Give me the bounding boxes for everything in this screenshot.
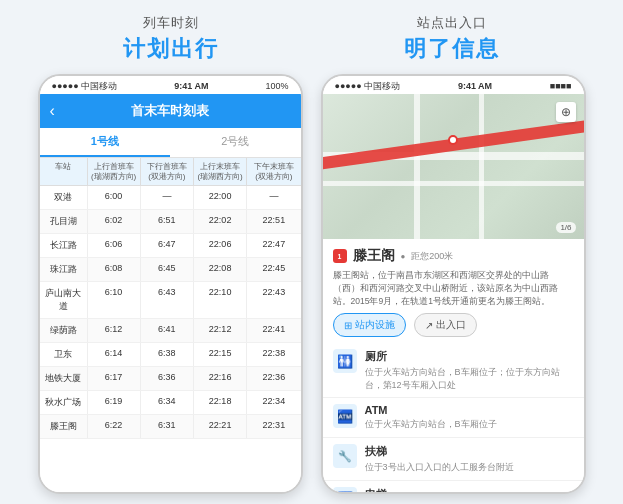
table-cell: 22:43 <box>247 282 300 318</box>
table-cell: 6:51 <box>141 210 194 233</box>
table-cell: 22:34 <box>247 391 300 414</box>
map-search-btn[interactable]: ⊕ <box>556 102 576 122</box>
facility-escalator: 🔧 扶梯 位于3号出入口入口的人工服务台附近 <box>323 438 584 481</box>
table-cell: 6:08 <box>88 258 141 281</box>
road-vertical-2 <box>479 94 484 239</box>
toilet-icon: 🚻 <box>333 349 357 373</box>
table-cell: 双港 <box>40 186 88 209</box>
signal-left: ●●●●● 中国移动 <box>52 80 118 93</box>
escalator-icon: 🔧 <box>333 444 357 468</box>
table-cell: 22:10 <box>194 282 247 318</box>
facility-button[interactable]: ⊞ 站内设施 <box>333 313 406 337</box>
table-header: 车站 上行首班车(瑞湖西方向) 下行首班车(双港方向) 上行末班车(瑞湖西方向)… <box>40 158 301 186</box>
table-cell: 绿荫路 <box>40 319 88 342</box>
table-cell: 6:22 <box>88 415 141 438</box>
map-pagination: 1/6 <box>556 222 575 233</box>
table-cell: 22:47 <box>247 234 300 257</box>
table-cell: 秋水广场 <box>40 391 88 414</box>
elevator-icon: 🛗 <box>333 487 357 492</box>
circle-icon: ● <box>401 252 406 261</box>
facility-toilet: 🚻 厕所 位于火车站方向站台，B车厢位子；位于东方向站台，第12号车厢入口处 <box>323 343 584 398</box>
table-row: 地铁大厦6:176:3622:1622:36 <box>40 367 301 391</box>
th-down-last: 下午末班车(双港方向) <box>247 158 300 185</box>
station-name-row: 1 滕王阁 ● 距您200米 <box>333 247 574 265</box>
table-row: 双港6:00—22:00— <box>40 186 301 210</box>
station-name: 滕王阁 <box>353 247 395 265</box>
table-cell: 6:10 <box>88 282 141 318</box>
table-cell: 6:02 <box>88 210 141 233</box>
table-cell: — <box>247 186 300 209</box>
header-left-subtitle: 列车时刻 <box>143 14 199 32</box>
facility-icon: ⊞ <box>344 320 352 331</box>
th-down-first: 下行首班车(双港方向) <box>141 158 194 185</box>
table-row: 庐山南大道6:106:4322:1022:43 <box>40 282 301 319</box>
table-cell: 6:43 <box>141 282 194 318</box>
atm-detail: 位于火车站方向站台，B车厢位子 <box>365 418 574 431</box>
table-cell: 孔目湖 <box>40 210 88 233</box>
table-cell: 6:34 <box>141 391 194 414</box>
table-row: 孔目湖6:026:5122:0222:51 <box>40 210 301 234</box>
table-cell: 庐山南大道 <box>40 282 88 318</box>
phone-right: ●●●●● 中国移动 9:41 AM ■■■■ ⊕ 1/6 <box>321 74 586 494</box>
map-background <box>323 94 584 239</box>
table-row: 滕王阁6:226:3122:2122:31 <box>40 415 301 439</box>
toilet-content: 厕所 位于火车站方向站台，B车厢位子；位于东方向站台，第12号车厢入口处 <box>365 349 574 391</box>
tab-bar: 1号线 2号线 <box>40 128 301 158</box>
facility-atm: 🏧 ATM 位于火车站方向站台，B车厢位子 <box>323 398 584 438</box>
map-area[interactable]: ⊕ 1/6 <box>323 94 584 239</box>
toilet-name: 厕所 <box>365 349 574 364</box>
battery-left: 100% <box>265 81 288 91</box>
table-cell: 6:45 <box>141 258 194 281</box>
exit-label: 出入口 <box>436 318 466 332</box>
table-cell: 22:06 <box>194 234 247 257</box>
elevator-name: 电梯 <box>365 487 574 492</box>
table-cell: 22:00 <box>194 186 247 209</box>
table-cell: 地铁大厦 <box>40 367 88 390</box>
status-bar-right: ●●●●● 中国移动 9:41 AM ■■■■ <box>323 76 584 94</box>
nav-bar-left: ‹ 首末车时刻表 <box>40 94 301 128</box>
table-cell: 滕王阁 <box>40 415 88 438</box>
time-left: 9:41 AM <box>174 81 208 91</box>
facility-list: 🚻 厕所 位于火车站方向站台，B车厢位子；位于东方向站台，第12号车厢入口处 🏧… <box>323 343 584 492</box>
tab-line1[interactable]: 1号线 <box>40 128 171 157</box>
escalator-detail: 位于3号出入口入口的人工服务台附近 <box>365 461 574 474</box>
facility-elevator: 🛗 电梯 <box>323 481 584 492</box>
table-cell: 22:08 <box>194 258 247 281</box>
atm-icon: 🏧 <box>333 404 357 428</box>
nav-title-left: 首末车时刻表 <box>131 102 209 120</box>
table-row: 秋水广场6:196:3422:1822:34 <box>40 391 301 415</box>
table-cell: 6:41 <box>141 319 194 342</box>
distance-badge: 距您200米 <box>411 250 453 263</box>
action-buttons: ⊞ 站内设施 ↗ 出入口 <box>333 313 574 337</box>
escalator-name: 扶梯 <box>365 444 574 459</box>
th-station: 车站 <box>40 158 88 185</box>
schedule-table: 车站 上行首班车(瑞湖西方向) 下行首班车(双港方向) 上行末班车(瑞湖西方向)… <box>40 158 301 492</box>
header-right: 站点出入口 明了信息 <box>404 14 500 64</box>
atm-content: ATM 位于火车站方向站台，B车厢位子 <box>365 404 574 431</box>
table-cell: 22:16 <box>194 367 247 390</box>
table-cell: 22:31 <box>247 415 300 438</box>
exit-icon: ↗ <box>425 320 433 331</box>
header-left: 列车时刻 计划出行 <box>123 14 219 64</box>
tab-line2[interactable]: 2号线 <box>170 128 301 157</box>
table-cell: 22:36 <box>247 367 300 390</box>
th-up-first: 上行首班车(瑞湖西方向) <box>88 158 141 185</box>
th-up-last: 上行末班车(瑞湖西方向) <box>194 158 247 185</box>
road-vertical-1 <box>414 94 420 239</box>
table-cell: 6:38 <box>141 343 194 366</box>
table-cell: — <box>141 186 194 209</box>
escalator-content: 扶梯 位于3号出入口入口的人工服务台附近 <box>365 444 574 474</box>
table-cell: 6:47 <box>141 234 194 257</box>
table-cell: 珠江路 <box>40 258 88 281</box>
header-right-title: 明了信息 <box>404 34 500 64</box>
table-cell: 22:38 <box>247 343 300 366</box>
table-cell: 22:15 <box>194 343 247 366</box>
back-button[interactable]: ‹ <box>50 102 55 120</box>
exit-button[interactable]: ↗ 出入口 <box>414 313 477 337</box>
station-dot <box>448 135 458 145</box>
table-cell: 22:21 <box>194 415 247 438</box>
table-cell: 6:14 <box>88 343 141 366</box>
table-cell: 6:17 <box>88 367 141 390</box>
table-cell: 22:51 <box>247 210 300 233</box>
battery-right: ■■■■ <box>550 81 572 91</box>
